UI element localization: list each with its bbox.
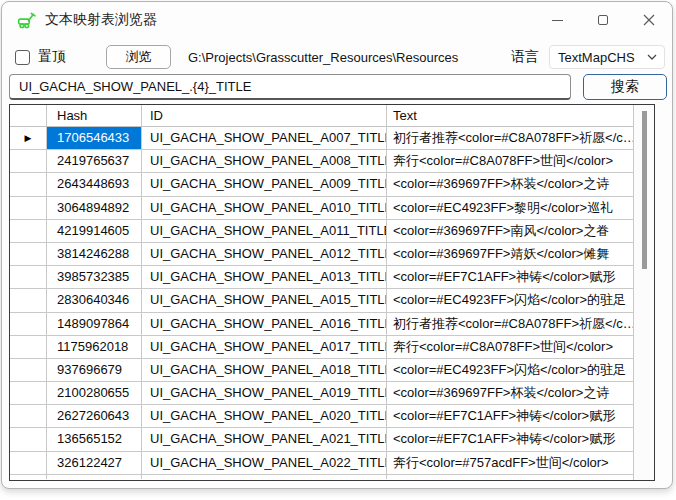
cell-id[interactable]: UI_GACHA_SHOW_PANEL_A018_TITLE xyxy=(142,359,387,381)
table-row[interactable]: 4219914605 UI_GACHA_SHOW_PANEL_A011_TITL… xyxy=(10,220,633,243)
column-header-id[interactable]: ID xyxy=(142,105,387,126)
row-selector-cell[interactable] xyxy=(10,452,47,474)
row-selector-cell[interactable] xyxy=(10,243,47,265)
row-selector-cell[interactable] xyxy=(10,313,47,335)
grid-header-row: Hash ID Text xyxy=(10,105,633,127)
cell-hash[interactable]: 1175962018 xyxy=(47,336,142,358)
cell-text[interactable]: <color=#369697FF>杯装</color>之诗 xyxy=(387,382,633,404)
cell-hash[interactable] xyxy=(47,475,142,479)
search-input[interactable] xyxy=(9,74,571,100)
table-row[interactable]: 2100280655 UI_GACHA_SHOW_PANEL_A019_TITL… xyxy=(10,382,633,405)
cell-id[interactable]: UI_GACHA_SHOW_PANEL_A021_TITLE xyxy=(142,428,387,450)
cell-id[interactable]: UI_GACHA_SHOW_PANEL_A008_TITLE xyxy=(142,150,387,172)
search-button[interactable]: 搜索 xyxy=(583,74,667,100)
cell-id[interactable]: UI_GACHA_SHOW_PANEL_A012_TITLE xyxy=(142,243,387,265)
cell-text[interactable]: 奔行<color=#C8A078FF>世间</color> xyxy=(387,336,633,358)
cell-hash[interactable]: 2643448693 xyxy=(47,173,142,195)
cell-hash[interactable]: 2100280655 xyxy=(47,382,142,404)
close-button[interactable] xyxy=(626,2,672,38)
row-selector-cell[interactable] xyxy=(10,475,47,479)
maximize-button[interactable] xyxy=(580,2,626,38)
row-selector-cell[interactable] xyxy=(10,336,47,358)
cell-id[interactable]: UI_GACHA_SHOW_PANEL_A022_TITLE xyxy=(142,452,387,474)
row-selector-cell[interactable] xyxy=(10,173,47,195)
cell-text[interactable]: <color=#EF7C1AFF>神铸</color>赋形 xyxy=(387,428,633,450)
cell-hash[interactable]: 1706546433 xyxy=(47,127,142,149)
cell-text[interactable]: 初行者推荐<color=#C8A078FF>祈愿</c… xyxy=(387,127,633,149)
cell-id[interactable]: UI_GACHA_SHOW_PANEL_A010_TITLE xyxy=(142,197,387,219)
cell-id[interactable]: UI_GACHA_SHOW_PANEL_A013_TITLE xyxy=(142,266,387,288)
cell-hash[interactable]: 2419765637 xyxy=(47,150,142,172)
cell-id[interactable]: UI_GACHA_SHOW_PANEL_A016_TITLE xyxy=(142,313,387,335)
row-selector-cell[interactable] xyxy=(10,197,47,219)
cell-id[interactable]: UI_GACHA_SHOW_PANEL_A011_TITLE xyxy=(142,220,387,242)
row-selector-cell[interactable] xyxy=(10,150,47,172)
cell-text[interactable]: <color=#EF7C1AFF>神铸</color>赋形 xyxy=(387,266,633,288)
row-selector-cell[interactable] xyxy=(10,405,47,427)
pin-on-top-checkbox[interactable] xyxy=(15,50,30,65)
cell-hash[interactable]: 937696679 xyxy=(47,359,142,381)
row-selector-cell[interactable] xyxy=(10,359,47,381)
table-row[interactable]: 2643448693 UI_GACHA_SHOW_PANEL_A009_TITL… xyxy=(10,173,633,196)
cell-hash[interactable]: 2627260643 xyxy=(47,405,142,427)
cell-text[interactable]: <color=#369697FF>靖妖</color>傩舞 xyxy=(387,243,633,265)
table-row[interactable]: 326122427 UI_GACHA_SHOW_PANEL_A022_TITLE… xyxy=(10,452,633,475)
table-row[interactable]: 2627260643 UI_GACHA_SHOW_PANEL_A020_TITL… xyxy=(10,405,633,428)
cell-text[interactable]: <color=#369697FF>南风</color>之眷 xyxy=(387,220,633,242)
cell-text[interactable]: <color=#EC4923FF>闪焰</color>的驻足 xyxy=(387,359,633,381)
cell-id[interactable]: UI_GACHA_SHOW_PANEL_A009_TITLE xyxy=(142,173,387,195)
cell-text[interactable]: 奔行<color=#C8A078FF>世间</color> xyxy=(387,150,633,172)
cell-text[interactable]: <color=#EC4923FF>黎明</color>巡礼 xyxy=(387,197,633,219)
cell-hash[interactable]: 2830640346 xyxy=(47,289,142,311)
cell-text[interactable]: <color=#EF7C1AFF>神铸</color>赋形 xyxy=(387,405,633,427)
cell-text[interactable]: <color=#369697FF>杯装</color>之诗 xyxy=(387,173,633,195)
row-selector-cell[interactable] xyxy=(10,266,47,288)
browse-button[interactable]: 浏览 xyxy=(106,45,171,69)
vertical-scrollbar[interactable] xyxy=(633,105,654,480)
cell-id[interactable]: UI_GACHA_SHOW_PANEL_A015_TITLE xyxy=(142,289,387,311)
cell-id[interactable]: UI_GACHA_SHOW_PANEL_A007_TITLE xyxy=(142,127,387,149)
table-row[interactable]: 136565152 UI_GACHA_SHOW_PANEL_A021_TITLE… xyxy=(10,428,633,451)
table-row[interactable]: 3064894892 UI_GACHA_SHOW_PANEL_A010_TITL… xyxy=(10,197,633,220)
cell-id[interactable] xyxy=(142,475,387,479)
cell-text[interactable]: <color=#EC4923FF>闪焰</color>的驻足 xyxy=(387,289,633,311)
cell-hash[interactable]: 136565152 xyxy=(47,428,142,450)
table-row[interactable]: 2419765637 UI_GACHA_SHOW_PANEL_A008_TITL… xyxy=(10,150,633,173)
scrollbar-thumb[interactable] xyxy=(642,111,647,269)
row-selector-cell[interactable] xyxy=(10,289,47,311)
cell-hash[interactable]: 4219914605 xyxy=(47,220,142,242)
titlebar: 文本映射表浏览器 xyxy=(2,2,672,38)
cell-hash[interactable]: 3814246288 xyxy=(47,243,142,265)
cell-hash[interactable]: 326122427 xyxy=(47,452,142,474)
table-row[interactable]: 初行者推荐<color=#C8A078FF>祈愿</c… xyxy=(10,475,633,479)
table-row[interactable]: 3985732385 UI_GACHA_SHOW_PANEL_A013_TITL… xyxy=(10,266,633,289)
table-row[interactable]: 937696679 UI_GACHA_SHOW_PANEL_A018_TITLE… xyxy=(10,359,633,382)
minimize-button[interactable] xyxy=(534,2,580,38)
cell-hash[interactable]: 3985732385 xyxy=(47,266,142,288)
cell-hash[interactable]: 1489097864 xyxy=(47,313,142,335)
row-selector-cell[interactable] xyxy=(10,428,47,450)
close-icon xyxy=(643,14,655,26)
table-row[interactable]: ▶ 1706546433 UI_GACHA_SHOW_PANEL_A007_TI… xyxy=(10,127,633,150)
textmap-grid: Hash ID Text ▶ 1706546433 UI_GACHA_SHOW_… xyxy=(9,104,655,481)
cell-text[interactable]: 初行者推荐<color=#C8A078FF>祈愿</c… xyxy=(387,475,633,479)
cell-id[interactable]: UI_GACHA_SHOW_PANEL_A017_TITLE xyxy=(142,336,387,358)
window-title: 文本映射表浏览器 xyxy=(45,11,157,29)
cell-text[interactable]: 初行者推荐<color=#C8A078FF>祈愿</c… xyxy=(387,313,633,335)
cell-text[interactable]: 奔行<color=#757acdFF>世间</color> xyxy=(387,452,633,474)
table-row[interactable]: 2830640346 UI_GACHA_SHOW_PANEL_A015_TITL… xyxy=(10,289,633,312)
table-row[interactable]: 1489097864 UI_GACHA_SHOW_PANEL_A016_TITL… xyxy=(10,313,633,336)
column-header-hash[interactable]: Hash xyxy=(47,105,142,126)
row-selector-cell[interactable] xyxy=(10,382,47,404)
column-header-text[interactable]: Text xyxy=(387,105,633,126)
row-selector-cell[interactable]: ▶ xyxy=(10,127,47,149)
language-select[interactable]: TextMapCHS xyxy=(549,45,665,69)
row-selector-header[interactable] xyxy=(10,105,47,126)
table-row[interactable]: 3814246288 UI_GACHA_SHOW_PANEL_A012_TITL… xyxy=(10,243,633,266)
row-selector-cell[interactable] xyxy=(10,220,47,242)
cell-id[interactable]: UI_GACHA_SHOW_PANEL_A019_TITLE xyxy=(142,382,387,404)
cell-id[interactable]: UI_GACHA_SHOW_PANEL_A020_TITLE xyxy=(142,405,387,427)
table-row[interactable]: 1175962018 UI_GACHA_SHOW_PANEL_A017_TITL… xyxy=(10,336,633,359)
cell-hash[interactable]: 3064894892 xyxy=(47,197,142,219)
maximize-icon xyxy=(598,15,608,25)
